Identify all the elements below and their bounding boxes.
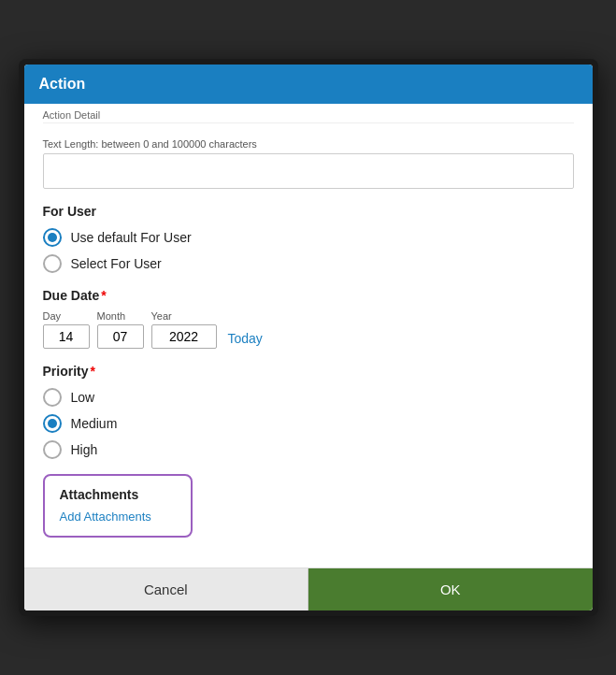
footer: Cancel OK (24, 567, 593, 610)
radio-high[interactable]: High (43, 440, 574, 459)
window-title: Action (39, 76, 86, 92)
radio-use-default[interactable]: Use default For User (43, 228, 574, 247)
radio-high-circle (43, 440, 62, 459)
text-hint: Text Length: between 0 and 100000 charac… (43, 131, 574, 153)
priority-label: Priority* (43, 364, 574, 379)
section-detail-label: Action Detail (43, 104, 574, 123)
priority-section: Priority* Low Medium (43, 364, 574, 459)
year-label: Year (151, 310, 217, 322)
content-area: Action Detail Text Length: between 0 and… (24, 104, 593, 567)
add-attachments-link[interactable]: Add Attachments (60, 510, 151, 524)
today-link[interactable]: Today (228, 331, 263, 346)
month-input[interactable] (97, 324, 144, 349)
month-label: Month (97, 310, 144, 322)
cancel-button[interactable]: Cancel (24, 568, 309, 610)
window-outer: Action Action Detail Text Length: betwee… (19, 59, 598, 616)
for-user-label: For User (43, 204, 574, 219)
for-user-group: Use default For User Select For User (43, 228, 574, 273)
radio-high-label: High (71, 442, 98, 457)
day-label: Day (43, 310, 90, 322)
radio-select-for-user[interactable]: Select For User (43, 254, 574, 273)
action-text-input[interactable] (43, 153, 574, 189)
year-input[interactable] (151, 324, 217, 349)
attachments-title: Attachments (60, 487, 176, 502)
radio-low-circle (43, 388, 62, 407)
priority-group: Low Medium High (43, 388, 574, 459)
window-inner: Action Action Detail Text Length: betwee… (24, 65, 593, 610)
due-date-label: Due Date* (43, 288, 574, 303)
day-input[interactable] (43, 324, 90, 349)
attachments-box: Attachments Add Attachments (43, 474, 193, 538)
title-bar: Action (24, 65, 593, 104)
radio-medium-circle (43, 414, 62, 433)
radio-select-for-user-circle (43, 254, 62, 273)
due-date-required-star: * (101, 288, 106, 303)
month-field-group: Month (97, 310, 144, 349)
radio-low[interactable]: Low (43, 388, 574, 407)
year-field-group: Year (151, 310, 217, 349)
radio-use-default-circle (43, 228, 62, 247)
day-field-group: Day (43, 310, 90, 349)
radio-low-label: Low (71, 390, 95, 405)
priority-required-star: * (91, 364, 95, 379)
ok-button[interactable]: OK (308, 568, 593, 610)
radio-select-for-user-label: Select For User (71, 256, 162, 271)
radio-use-default-label: Use default For User (71, 230, 192, 245)
radio-medium[interactable]: Medium (43, 414, 574, 433)
date-fields: Day Month Year Today (43, 310, 574, 349)
radio-medium-label: Medium (71, 416, 118, 431)
due-date-section: Due Date* Day Month Year Today (43, 288, 574, 349)
